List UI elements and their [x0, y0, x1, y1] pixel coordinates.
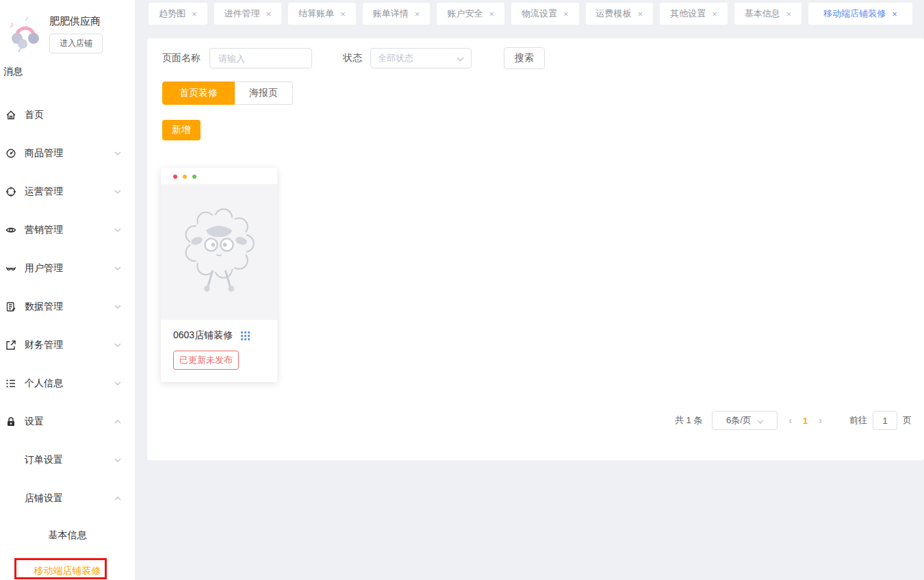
add-button[interactable]: 新增 [162, 120, 201, 140]
sidebar-item-label: 基本信息 [49, 529, 87, 542]
tab-logistics-settings[interactable]: 物流设置 × [511, 3, 579, 25]
close-icon[interactable]: × [712, 9, 717, 19]
sidebar-item-users[interactable]: 用户管理 [0, 249, 135, 288]
goto-page-input[interactable] [873, 411, 897, 430]
chevron-up-icon [114, 420, 121, 424]
status-select[interactable]: 全部状态 [370, 48, 472, 68]
tab-label: 结算账单 [298, 8, 334, 20]
tab-freight-template[interactable]: 运费模板 × [586, 3, 654, 25]
tab-label: 其他设置 [670, 8, 706, 20]
external-link-icon [5, 340, 16, 351]
browser-dots [161, 168, 277, 179]
sidebar-item-mobile-shop-decoration[interactable]: 移动端店铺装修 [0, 553, 135, 580]
svg-text:♪: ♪ [10, 19, 14, 29]
tab-label: 基本信息 [745, 8, 780, 20]
chevron-down-icon [114, 151, 121, 155]
sidebar-item-label: 商品管理 [25, 147, 63, 160]
decoration-card[interactable]: 0603店铺装修 已更新未发布 [161, 168, 277, 382]
chevron-down-icon [114, 381, 121, 386]
sidebar-item-label: 营销管理 [25, 224, 63, 236]
tab-basic-info[interactable]: 基本信息 × [734, 3, 802, 25]
chevron-down-icon [114, 266, 121, 270]
prev-page-button[interactable]: ‹ [788, 415, 792, 426]
sidebar-item-label: 店铺设置 [25, 492, 63, 505]
sidebar-menu: 首页 商品管理 运营管理 营销管理 [0, 96, 135, 580]
close-icon[interactable]: × [786, 9, 792, 19]
close-icon[interactable]: × [192, 9, 197, 19]
page-name-input[interactable] [209, 48, 312, 68]
status-label: 状态 [343, 52, 362, 64]
tab-mobile-shop-decoration[interactable]: 移动端店铺装修 × [808, 3, 912, 25]
close-icon[interactable]: × [638, 9, 643, 19]
aim-icon [5, 186, 16, 197]
close-icon[interactable]: × [489, 9, 494, 19]
sidebar-item-basic-info[interactable]: 基本信息 [0, 518, 135, 553]
tab-trend-chart[interactable]: 趋势图 × [149, 3, 207, 25]
sidebar-item-label: 运营管理 [25, 186, 63, 198]
notebook-icon [5, 301, 16, 312]
sidebar-item-label: 数据管理 [25, 301, 63, 313]
sidebar-item-data[interactable]: 数据管理 [0, 288, 135, 326]
tab-label: 进件管理 [224, 8, 260, 20]
eye-icon [5, 225, 16, 236]
page-name-label: 页面名称 [162, 52, 201, 64]
tab-account-security[interactable]: 账户安全 × [437, 3, 504, 25]
toggle-poster-page[interactable]: 海报页 [235, 81, 293, 105]
sidebar-item-profile[interactable]: 个人信息 [0, 364, 135, 403]
tab-bill-detail[interactable]: 账单详情 × [363, 3, 431, 25]
tab-label: 物流设置 [522, 8, 557, 20]
page-size-select[interactable]: 6条/页 [712, 411, 778, 430]
close-icon[interactable]: × [340, 9, 346, 19]
brand: ♪ ♪ 肥肥供应商 进入店铺 [5, 12, 103, 53]
enter-store-button[interactable]: 进入店铺 [49, 34, 103, 53]
sidebar-item-messages[interactable]: 消息 [3, 66, 23, 78]
sidebar-item-label: 移动端店铺装修 [34, 565, 101, 577]
chevron-up-icon [114, 496, 121, 501]
pagination: 共 1 条 6条/页 ‹ 1 › 前往 页 [675, 411, 912, 430]
status-badge: 已更新未发布 [173, 351, 239, 370]
tab-incoming-management[interactable]: 进件管理 × [214, 3, 282, 25]
sidebar-item-marketing[interactable]: 营销管理 [0, 211, 135, 249]
home-icon [5, 110, 16, 121]
card-title: 0603店铺装修 [173, 329, 233, 342]
page-suffix-label: 页 [903, 414, 912, 427]
close-icon[interactable]: × [266, 9, 272, 19]
search-button[interactable]: 搜索 [504, 47, 545, 69]
headphones-logo-icon: ♪ ♪ [5, 12, 44, 52]
dashboard-icon [5, 148, 16, 159]
sidebar-item-order-settings[interactable]: 订单设置 [0, 441, 135, 479]
pagination-total: 共 1 条 [675, 414, 702, 427]
close-icon[interactable]: × [415, 9, 420, 19]
grid-menu-icon[interactable] [241, 331, 250, 340]
chevron-down-icon [114, 343, 121, 347]
toggle-home-decoration[interactable]: 首页装修 [162, 81, 235, 105]
sidebar-item-operations[interactable]: 运营管理 [0, 173, 135, 211]
current-page-number[interactable]: 1 [803, 416, 808, 426]
glasses-icon [5, 263, 16, 274]
tab-other-settings[interactable]: 其他设置 × [660, 3, 728, 25]
tab-settlement-bill[interactable]: 结算账单 × [288, 3, 356, 25]
tab-label: 账单详情 [373, 8, 409, 20]
sheep-mascot-icon [173, 203, 265, 301]
sidebar-item-products[interactable]: 商品管理 [0, 134, 135, 173]
chevron-down-icon [114, 458, 121, 462]
red-dot-icon [173, 175, 177, 179]
card-footer: 0603店铺装修 已更新未发布 [161, 320, 277, 370]
close-icon[interactable]: × [563, 9, 569, 19]
sidebar-item-settings[interactable]: 设置 [0, 403, 135, 441]
card-preview [161, 184, 277, 320]
lock-icon [5, 416, 16, 427]
sidebar-item-label: 首页 [25, 109, 44, 121]
sidebar-item-label: 设置 [25, 416, 44, 428]
sidebar: ♪ ♪ 肥肥供应商 进入店铺 消息 首页 商品管理 [0, 0, 135, 580]
sidebar-item-shop-settings[interactable]: 店铺设置 [0, 479, 135, 518]
close-icon[interactable]: × [892, 9, 897, 19]
sidebar-item-finance[interactable]: 财务管理 [0, 326, 135, 364]
tab-label: 运费模板 [596, 8, 632, 20]
green-dot-icon [192, 175, 196, 179]
filter-row: 页面名称 状态 全部状态 搜索 [162, 47, 545, 69]
chevron-down-icon [114, 228, 121, 232]
sidebar-item-home[interactable]: 首页 [0, 96, 135, 134]
next-page-button[interactable]: › [819, 415, 822, 426]
chevron-down-icon [114, 305, 121, 309]
